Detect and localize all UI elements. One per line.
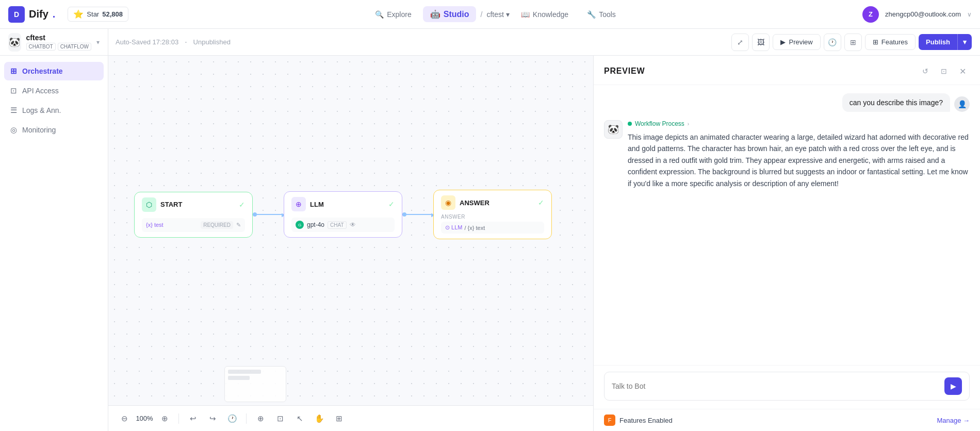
grid-layout-button[interactable]: ⊞	[331, 411, 347, 426]
expand-button[interactable]: ⤢	[731, 34, 749, 51]
knowledge-label: Knowledge	[533, 10, 568, 19]
publish-chevron-icon: ▾	[957, 34, 972, 50]
start-field: {x} test REQUIRED ✎	[142, 218, 245, 232]
main-canvas[interactable]: ⬡ START ✓ {x} test REQUIRED ✎ ⊕ LLM	[108, 56, 593, 431]
github-badge[interactable]: ⭐ Star 52,808	[68, 7, 128, 22]
features-footer: F Features Enabled Manage →	[594, 409, 980, 431]
github-star-count: 52,808	[102, 10, 123, 18]
sidebar-item-api-access[interactable]: ⊡ API Access	[4, 81, 104, 100]
start-check-icon: ✓	[239, 201, 245, 209]
toolbar-sep-2	[246, 413, 247, 424]
bottom-toolbar: ⊖ 100% ⊕ ↩ ↪ 🕐 ⊕ ⊡ ↖ ✋ ⊞	[108, 405, 593, 431]
answer-ref2: / {x} text	[464, 225, 485, 231]
chat-area[interactable]: can you describe this image? 👤 🐼 Workflo…	[594, 85, 980, 365]
model-badge: CHAT	[328, 221, 346, 229]
secondary-nav: Auto-Saved 17:28:03 · Unpublished ⤢ 🖼 ▶ …	[0, 29, 980, 56]
answer-ref1: ⊙ LLM	[445, 224, 462, 231]
grid-button[interactable]: ⊞	[844, 34, 862, 51]
tools-label: Tools	[599, 10, 616, 19]
api-icon: ⊡	[10, 86, 17, 95]
preview-layout-button[interactable]: ⊡	[937, 64, 951, 78]
features-button[interactable]: ⊞ Features	[865, 34, 916, 50]
toolbar-sep-1	[178, 413, 179, 424]
features-grid-icon: ⊞	[873, 38, 878, 46]
llm-node[interactable]: ⊕ LLM ✓ G gpt-4o CHAT 👁	[284, 191, 402, 238]
autosave-text: Auto-Saved 17:28:03	[116, 38, 178, 46]
sidebar-item-logs[interactable]: ☰ Logs & Ann.	[4, 101, 104, 120]
user-chat-avatar: 👤	[954, 96, 970, 112]
monitoring-label: Monitoring	[22, 126, 56, 134]
answer-content: ⊙ LLM / {x} text	[441, 222, 544, 234]
nav-studio[interactable]: 🤖 Studio	[423, 6, 477, 22]
zoom-area: ⊖ 100% ⊕	[117, 411, 172, 426]
mini-map-bar-1	[228, 370, 261, 374]
chat-input-wrapper[interactable]: ▶	[604, 372, 970, 401]
zoom-in-button[interactable]: ⊕	[157, 411, 172, 426]
logo-text: Dify	[29, 8, 48, 20]
start-field-badge: REQUIRED	[201, 221, 233, 229]
api-label: API Access	[22, 87, 59, 95]
preview-label: Preview	[789, 38, 812, 46]
logo[interactable]: D Dify.	[8, 6, 55, 23]
add-button[interactable]: ⊕	[253, 411, 268, 426]
preview-header: PREVIEW ↺ ⊡ ✕	[594, 56, 980, 85]
image-button[interactable]: 🖼	[752, 34, 770, 51]
orchestrate-label: Orchestrate	[22, 67, 63, 75]
workflow-badge[interactable]: Workflow Process ›	[628, 120, 970, 127]
nav-cftest[interactable]: cftest ▾	[486, 10, 509, 19]
tools-icon: 🔧	[587, 10, 596, 19]
github-star-label: Star	[87, 10, 99, 18]
clock-button[interactable]: 🕐	[824, 34, 841, 51]
send-button[interactable]: ▶	[944, 377, 962, 395]
answer-section-label: ANSWER	[441, 214, 544, 220]
mini-map[interactable]	[224, 366, 286, 402]
preview-close-button[interactable]: ✕	[955, 64, 970, 78]
user-bubble: can you describe this image?	[842, 93, 950, 112]
app-name: cftest	[26, 34, 91, 42]
publish-button[interactable]: Publish ▾	[919, 34, 972, 50]
undo-button[interactable]: ↩	[185, 411, 201, 426]
app-tag-chatflow: CHATFLOW	[58, 43, 91, 51]
model-name: gpt-4o	[307, 221, 324, 228]
preview-play-icon: ▶	[780, 38, 786, 46]
chat-input[interactable]	[612, 382, 939, 390]
features-footer-label: Features Enabled	[619, 417, 673, 424]
nav-knowledge[interactable]: 📖 Knowledge	[514, 7, 576, 22]
redo-button[interactable]: ↪	[205, 411, 220, 426]
sidebar-item-orchestrate[interactable]: ⊞ Orchestrate	[4, 62, 104, 80]
preview-title: PREVIEW	[604, 67, 645, 76]
sidebar: ⊞ Orchestrate ⊡ API Access ☰ Logs & Ann.…	[0, 56, 108, 431]
answer-node-icon: ◉	[441, 195, 455, 210]
user-message: can you describe this image? 👤	[604, 93, 970, 112]
flow-area: ⬡ START ✓ {x} test REQUIRED ✎ ⊕ LLM	[134, 190, 552, 239]
features-label: Features	[881, 38, 908, 46]
preview-button[interactable]: ▶ Preview	[773, 34, 820, 50]
llm-node-icon: ⊕	[291, 197, 306, 211]
sidebar-item-monitoring[interactable]: ◎ Monitoring	[4, 121, 104, 139]
cftest-label: cftest	[486, 10, 503, 19]
bot-content: Workflow Process › This image depicts an…	[628, 120, 970, 189]
fit-button[interactable]: ⊡	[272, 411, 288, 426]
logo-icon: D	[8, 6, 25, 23]
workflow-dot	[628, 122, 632, 126]
unpublished-badge: Unpublished	[193, 38, 231, 46]
history-button[interactable]: 🕐	[224, 411, 240, 426]
studio-label: Studio	[444, 10, 469, 19]
answer-node[interactable]: ◉ ANSWER ✓ ANSWER ⊙ LLM / {x} text	[433, 190, 552, 239]
app-chevron[interactable]: ▾	[96, 39, 100, 46]
manage-link[interactable]: Manage →	[937, 417, 970, 424]
user-avatar: Z	[862, 6, 879, 23]
nav-explore[interactable]: 🔍 Explore	[368, 7, 418, 22]
preview-refresh-button[interactable]: ↺	[918, 64, 933, 78]
select-button[interactable]: ↖	[292, 411, 307, 426]
start-field-edit-icon: ✎	[236, 222, 241, 228]
cftest-chevron: ▾	[506, 10, 510, 19]
hand-button[interactable]: ✋	[312, 411, 327, 426]
zoom-out-button[interactable]: ⊖	[117, 411, 132, 426]
explore-icon: 🔍	[375, 10, 384, 19]
github-icon: ⭐	[73, 9, 84, 19]
user-email[interactable]: zhengcp00@outlook.com	[885, 10, 961, 18]
start-node[interactable]: ⬡ START ✓ {x} test REQUIRED ✎	[134, 192, 253, 238]
nav-tools[interactable]: 🔧 Tools	[580, 7, 623, 22]
llm-model-field: G gpt-4o CHAT 👁	[291, 218, 395, 232]
